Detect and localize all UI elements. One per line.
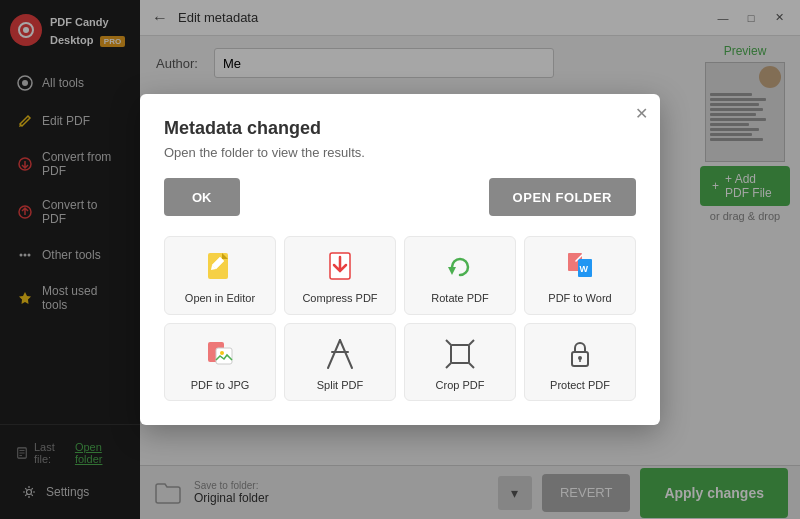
crop-pdf-icon — [442, 336, 478, 372]
pdf-to-word-icon: W — [562, 249, 598, 285]
tool-split-pdf[interactable]: Split PDF — [284, 323, 396, 401]
tool-protect-pdf[interactable]: Protect PDF — [524, 323, 636, 401]
modal-tools-grid: Open in Editor Compress PDF — [164, 236, 636, 401]
svg-rect-25 — [451, 345, 469, 363]
tool-rotate-pdf[interactable]: Rotate PDF — [404, 236, 516, 314]
open-in-editor-icon — [202, 249, 238, 285]
rotate-pdf-label: Rotate PDF — [431, 291, 488, 305]
modal-subtitle: Open the folder to view the results. — [164, 145, 636, 160]
svg-line-27 — [469, 340, 474, 345]
svg-line-23 — [340, 340, 352, 368]
modal-overlay: ✕ Metadata changed Open the folder to vi… — [0, 0, 800, 519]
metadata-changed-modal: ✕ Metadata changed Open the folder to vi… — [140, 94, 660, 425]
modal-ok-button[interactable]: OK — [164, 178, 240, 216]
svg-line-26 — [446, 340, 451, 345]
pdf-to-word-label: PDF to Word — [548, 291, 611, 305]
svg-point-21 — [220, 351, 224, 355]
svg-rect-20 — [216, 348, 232, 364]
open-in-editor-label: Open in Editor — [185, 291, 255, 305]
protect-pdf-icon — [562, 336, 598, 372]
tool-pdf-to-word[interactable]: W PDF to Word — [524, 236, 636, 314]
pdf-to-jpg-icon — [202, 336, 238, 372]
svg-text:W: W — [580, 264, 589, 274]
split-pdf-icon — [322, 336, 358, 372]
tool-open-in-editor[interactable]: Open in Editor — [164, 236, 276, 314]
modal-action-buttons: OK OPEN FOLDER — [164, 178, 636, 216]
protect-pdf-label: Protect PDF — [550, 378, 610, 392]
svg-marker-15 — [448, 267, 456, 275]
pdf-to-jpg-label: PDF to JPG — [191, 378, 250, 392]
svg-line-29 — [469, 363, 474, 368]
tool-crop-pdf[interactable]: Crop PDF — [404, 323, 516, 401]
crop-pdf-label: Crop PDF — [436, 378, 485, 392]
tool-compress-pdf[interactable]: Compress PDF — [284, 236, 396, 314]
rotate-pdf-icon — [442, 249, 478, 285]
compress-pdf-label: Compress PDF — [302, 291, 377, 305]
modal-close-button[interactable]: ✕ — [635, 104, 648, 123]
modal-title: Metadata changed — [164, 118, 636, 139]
split-pdf-label: Split PDF — [317, 378, 363, 392]
modal-open-folder-button[interactable]: OPEN FOLDER — [489, 178, 636, 216]
tool-pdf-to-jpg[interactable]: PDF to JPG — [164, 323, 276, 401]
svg-line-22 — [328, 340, 340, 368]
compress-pdf-icon — [322, 249, 358, 285]
svg-line-28 — [446, 363, 451, 368]
